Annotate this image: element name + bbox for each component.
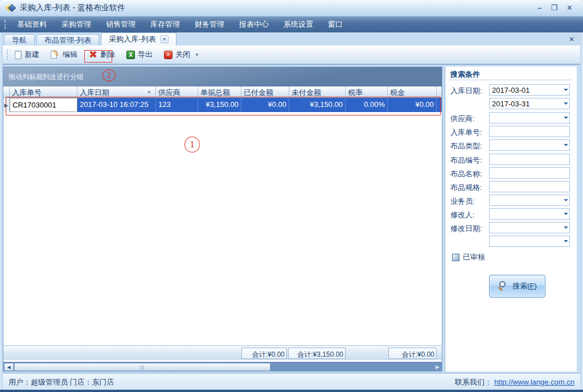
field-fabric-name: 布品名称: bbox=[445, 167, 577, 179]
chevron-down-icon[interactable] bbox=[564, 213, 568, 215]
status-bar: 用户：超级管理员 门店：东门店 联系我们： http://www.lange.c… bbox=[3, 374, 580, 390]
field-fabric-code: 布品编号: bbox=[445, 154, 577, 165]
group-by-panel[interactable]: 拖动列标题到这进行分组 bbox=[3, 67, 442, 86]
modifier-combo[interactable] bbox=[489, 208, 570, 220]
search-icon bbox=[498, 280, 509, 292]
inbound-date-start-combo[interactable] bbox=[489, 84, 570, 96]
modify-date-start-combo[interactable] bbox=[489, 222, 570, 233]
close-window-icon: ✕ bbox=[164, 51, 173, 59]
chevron-down-icon[interactable] bbox=[564, 117, 568, 119]
order-no-input[interactable] bbox=[489, 126, 570, 137]
field-modify-date-end bbox=[445, 236, 577, 247]
search-button-label: 搜索(F) bbox=[512, 281, 537, 291]
chevron-down-icon[interactable] bbox=[564, 240, 568, 242]
menu-item-finance[interactable]: 财务管理 bbox=[187, 16, 232, 32]
total-unpaid: 合计:¥3,150.00 bbox=[288, 348, 346, 359]
window-title: 采购入库-列表 - 蓝格布业软件 bbox=[20, 3, 125, 13]
column-header-paid[interactable]: 已付金额 bbox=[241, 86, 289, 97]
column-header-unpaid[interactable]: 未付金额 bbox=[289, 86, 346, 97]
new-button[interactable]: 新建 bbox=[12, 47, 42, 62]
total-tax: 合计:¥0.00 bbox=[388, 348, 437, 359]
edit-button[interactable]: ✎ 编辑 bbox=[48, 47, 80, 62]
column-header-supplier[interactable]: 供应商 bbox=[156, 86, 198, 97]
tab-label: 布品管理-列表 bbox=[44, 35, 91, 46]
window-border-bottom bbox=[0, 390, 583, 392]
tabstrip-close-icon[interactable]: ✕ bbox=[569, 35, 574, 43]
field-fabric-spec: 布品规格: bbox=[445, 181, 577, 192]
menu-item-window[interactable]: 窗口 bbox=[321, 16, 350, 32]
menu-item-inventory[interactable]: 库存管理 bbox=[143, 16, 187, 32]
chevron-down-icon[interactable]: ▼ bbox=[195, 52, 199, 57]
salesman-combo[interactable] bbox=[489, 195, 570, 206]
chevron-down-icon[interactable] bbox=[564, 144, 568, 146]
menu-item-base-data[interactable]: 基础资料 bbox=[10, 16, 54, 32]
annotation-callout-2: 2 bbox=[102, 69, 116, 81]
audited-checkbox-row: 已审核 bbox=[452, 252, 485, 262]
annotation-callout-1: 1 bbox=[184, 137, 200, 152]
row-indicator-header bbox=[3, 86, 10, 97]
tab-navigation[interactable]: 导航 bbox=[4, 34, 35, 46]
field-salesman: 业务员: bbox=[445, 195, 577, 206]
tab-purchase-inbound-list[interactable]: 采购入库-列表 ✕ bbox=[101, 32, 176, 46]
field-supplier: 供应商: bbox=[445, 112, 577, 123]
field-modify-date-start: 修改日期: bbox=[445, 222, 577, 233]
column-header-filler bbox=[437, 86, 442, 97]
maximize-button[interactable]: ❐ bbox=[551, 4, 557, 12]
menu-item-settings[interactable]: 系统设置 bbox=[276, 16, 321, 32]
scroll-left-arrow-icon[interactable]: ◀ bbox=[4, 363, 14, 371]
grid-footer: 合计:¥0.00 合计:¥3,150.00 合计:¥0.00 bbox=[3, 345, 442, 360]
scrollbar-thumb[interactable] bbox=[14, 363, 270, 371]
column-header-total[interactable]: 单据总额 bbox=[198, 86, 241, 97]
horizontal-scrollbar[interactable]: ◀ ▶ bbox=[3, 362, 442, 371]
column-header-tax[interactable]: 税金 bbox=[388, 86, 437, 97]
grid-header-row: 入库单号 入库日期 ▼ 供应商 单据总额 已付金额 未付金额 税率 税金 bbox=[3, 86, 442, 98]
close-tab-button[interactable]: ✕ 关闭 ▼ bbox=[161, 47, 202, 62]
modify-date-end-combo[interactable] bbox=[489, 236, 570, 247]
title-bar: 采购入库-列表 - 蓝格布业软件 – ❐ ✕ bbox=[0, 0, 583, 16]
total-paid: 合计:¥0.00 bbox=[241, 348, 287, 359]
field-label: 供应商: bbox=[450, 114, 475, 124]
inbound-date-end-combo[interactable] bbox=[489, 98, 570, 109]
tab-close-icon[interactable]: ✕ bbox=[161, 35, 169, 43]
button-label: 编辑 bbox=[63, 49, 77, 60]
menu-item-purchase[interactable]: 采购管理 bbox=[54, 16, 98, 32]
annotation-rect-data-row bbox=[6, 97, 441, 115]
annotation-rect-delete-button bbox=[84, 50, 112, 63]
field-modifier: 修改人: bbox=[445, 208, 577, 220]
website-link[interactable]: http://www.lange.com.cn bbox=[494, 378, 574, 386]
fabric-spec-input[interactable] bbox=[489, 181, 570, 192]
search-button[interactable]: 搜索(F) bbox=[489, 275, 545, 298]
fabric-name-input[interactable] bbox=[489, 167, 570, 179]
tab-label: 导航 bbox=[12, 35, 27, 46]
export-button[interactable]: X 导出 bbox=[124, 47, 155, 62]
toolbar-grip-handle bbox=[5, 20, 6, 29]
fabric-code-input[interactable] bbox=[489, 154, 570, 165]
column-header-tax-rate[interactable]: 税率 bbox=[346, 86, 388, 97]
menu-item-sales[interactable]: 销售管理 bbox=[98, 16, 143, 32]
audited-checkbox-label: 已审核 bbox=[463, 252, 485, 262]
field-label: 入库日期: bbox=[450, 86, 482, 96]
app-logo-icon bbox=[6, 3, 16, 13]
field-label: 布品规格: bbox=[450, 183, 482, 193]
minimize-button[interactable]: – bbox=[537, 4, 541, 12]
edit-pencil-icon: ✎ bbox=[51, 50, 60, 59]
scroll-right-arrow-icon[interactable]: ▶ bbox=[436, 364, 440, 370]
user-store-status: 用户：超级管理员 门店：东门店 bbox=[9, 377, 114, 387]
fabric-type-combo[interactable] bbox=[489, 139, 570, 151]
chevron-down-icon[interactable] bbox=[564, 199, 568, 201]
sort-desc-icon: ▼ bbox=[147, 90, 151, 95]
button-label: 导出 bbox=[138, 49, 153, 60]
group-hint-text: 拖动列标题到这进行分组 bbox=[9, 72, 84, 82]
close-button[interactable]: ✕ bbox=[566, 4, 573, 12]
chevron-down-icon[interactable] bbox=[564, 102, 568, 105]
column-header-order-no[interactable]: 入库单号 bbox=[10, 86, 77, 97]
field-label: 入库单号: bbox=[450, 127, 482, 138]
tab-fabric-list[interactable]: 布品管理-列表 bbox=[36, 34, 99, 46]
audited-checkbox[interactable] bbox=[452, 254, 459, 261]
window-border-right bbox=[580, 32, 583, 390]
supplier-combo[interactable] bbox=[489, 112, 570, 123]
column-header-inbound-date[interactable]: 入库日期 ▼ bbox=[77, 86, 156, 97]
chevron-down-icon[interactable] bbox=[564, 89, 568, 91]
menu-item-reports[interactable]: 报表中心 bbox=[232, 16, 276, 32]
chevron-down-icon[interactable] bbox=[564, 226, 568, 229]
